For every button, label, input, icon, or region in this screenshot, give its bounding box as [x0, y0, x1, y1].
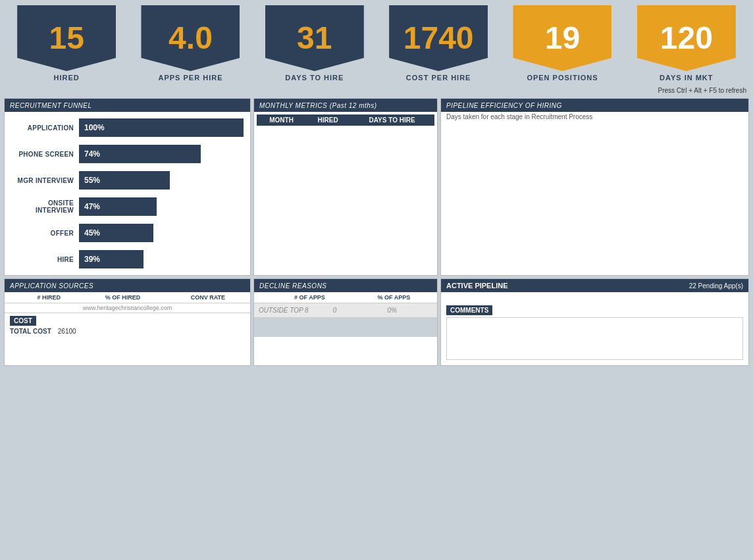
cost-total-value: 26100: [58, 328, 76, 335]
kpi-number-open-positions: 19: [545, 22, 580, 54]
funnel-row: HIRE39%: [11, 250, 244, 268]
funnel-row-label: MGR INTERVIEW: [11, 177, 74, 184]
decline-col-pct: % OF APPS: [351, 292, 437, 303]
cost-section: COST TOTAL COST 26100: [5, 313, 250, 338]
kpi-label-apps-per-hire: APPS PER HIRE: [159, 74, 223, 86]
funnel-bar-text: 45%: [84, 228, 100, 238]
funnel-bar: 47%: [79, 197, 157, 216]
kpi-badge-days-to-hire: 31: [265, 5, 364, 71]
website-text: www.heritagechristiancollege.com: [5, 303, 250, 313]
pipeline-legend: [446, 130, 532, 261]
funnel-bar-container: 47%: [79, 197, 244, 216]
kpi-label-cost-per-hire: COST PER HIRE: [406, 74, 471, 86]
decline-outside-pct: 0%: [351, 307, 432, 314]
funnel-bar-container: 39%: [79, 250, 244, 268]
funnel-bar-text: 74%: [84, 149, 100, 159]
app-sources-panel: APPLICATION SOURCES # HIRED % OF HIRED C…: [4, 278, 251, 366]
sources-col-hired: # HIRED: [18, 292, 80, 303]
funnel-bar-text: 100%: [84, 123, 105, 132]
kpi-number-apps-per-hire: 4.0: [169, 22, 213, 54]
decline-outside-apps: 0: [319, 307, 350, 314]
sources-col-source: [5, 292, 18, 303]
metrics-header: MONTHLY METRICS (Past 12 mths): [254, 99, 437, 112]
funnel-bar: 100%: [79, 118, 244, 137]
kpi-card-apps-per-hire: 4.0APPS PER HIRE: [141, 5, 240, 86]
active-pipeline-panel: ACTIVE PIPELINE 22 Pending App(s) COMMEN…: [440, 278, 749, 366]
decline-col-apps: # OF APPS: [269, 292, 351, 303]
decline-title: DECLINE REASONS: [259, 282, 327, 290]
kpi-badge-open-positions: 19: [513, 5, 611, 71]
kpi-label-days-in-mkt: DAYS IN MKT: [660, 74, 714, 86]
funnel-bar-container: 100%: [79, 118, 244, 137]
pipeline-header: PIPELINE EFFICIENCY OF HIRING: [441, 99, 748, 112]
kpi-badge-hired: 15: [17, 5, 116, 71]
refresh-text: Press Ctrl + Alt + F5 to refresh: [658, 87, 747, 94]
kpi-card-days-to-hire: 31DAYS TO HIRE: [265, 5, 364, 86]
funnel-row-label: ONSITE INTERVIEW: [11, 199, 74, 214]
funnel-bar-container: 55%: [79, 171, 244, 190]
funnel-bar-text: 39%: [84, 255, 100, 264]
pending-badge: 22 Pending App(s): [689, 282, 743, 290]
decline-outside-label: OUTSIDE TOP 8: [259, 307, 318, 314]
funnel-row: ONSITE INTERVIEW47%: [11, 197, 244, 216]
kpi-label-hired: HIRED: [54, 74, 80, 86]
funnel-row: MGR INTERVIEW55%: [11, 171, 244, 190]
app-sources-header: APPLICATION SOURCES: [5, 279, 250, 292]
funnel-bar: 45%: [79, 224, 153, 242]
pipeline-body: [441, 124, 748, 267]
kpi-card-open-positions: 19OPEN POSITIONS: [513, 5, 611, 86]
pipeline-panel: PIPELINE EFFICIENCY OF HIRING Days taken…: [440, 98, 749, 276]
pipeline-title: PIPELINE EFFICIENCY OF HIRING: [446, 102, 562, 109]
funnel-title: RECRUITMENT FUNNEL: [10, 102, 92, 109]
metrics-col-month: MONTH: [257, 115, 306, 126]
funnel-bar-text: 55%: [84, 176, 100, 185]
kpi-label-days-to-hire: DAYS TO HIRE: [285, 74, 344, 86]
decline-table: # OF APPS % OF APPS: [254, 292, 437, 303]
funnel-bar: 74%: [79, 145, 201, 163]
funnel-row-label: PHONE SCREEN: [11, 151, 74, 158]
cost-row: TOTAL COST 26100: [10, 328, 245, 335]
cost-total-label: TOTAL COST: [10, 328, 51, 335]
funnel-row: OFFER45%: [11, 224, 244, 242]
active-pipeline-title: ACTIVE PIPELINE: [446, 282, 508, 290]
funnel-row-label: OFFER: [11, 230, 74, 237]
top-banner: 15HIRED4.0APPS PER HIRE31DAYS TO HIRE174…: [0, 0, 753, 86]
kpi-number-cost-per-hire: 1740: [403, 22, 474, 54]
funnel-body: APPLICATION100%PHONE SCREEN74%MGR INTERV…: [5, 112, 250, 275]
metrics-col-hired: HIRED: [306, 115, 350, 126]
main-content: RECRUITMENT FUNNEL APPLICATION100%PHONE …: [0, 95, 753, 369]
kpi-number-days-in-mkt: 120: [660, 22, 713, 54]
funnel-panel: RECRUITMENT FUNNEL APPLICATION100%PHONE …: [4, 98, 251, 276]
metrics-title: MONTHLY METRICS: [259, 102, 327, 109]
comments-box[interactable]: [446, 317, 743, 360]
funnel-row: APPLICATION100%: [11, 118, 244, 137]
funnel-bar-container: 45%: [79, 224, 244, 242]
metrics-table: MONTH HIRED DAYS TO HIRE: [257, 115, 434, 126]
refresh-bar: Press Ctrl + Alt + F5 to refresh: [0, 86, 753, 95]
funnel-bar: 55%: [79, 171, 170, 190]
metrics-panel: MONTHLY METRICS (Past 12 mths) MONTH HIR…: [253, 98, 438, 276]
pipeline-subtitle: Days taken for each stage in Recruitment…: [441, 112, 748, 124]
app-sources-title: APPLICATION SOURCES: [10, 282, 93, 290]
funnel-row-label: HIRE: [11, 256, 74, 263]
sources-col-pct: % OF HIRED: [80, 292, 166, 303]
decline-outside-row: OUTSIDE TOP 8 0 0%: [254, 303, 437, 317]
funnel-row-label: APPLICATION: [11, 124, 74, 132]
active-pipeline-header: ACTIVE PIPELINE 22 Pending App(s): [441, 279, 748, 292]
comments-header: COMMENTS: [446, 305, 492, 315]
kpi-badge-cost-per-hire: 1740: [389, 5, 488, 71]
kpi-card-hired: 15HIRED: [17, 5, 116, 86]
sources-col-conv: CONV RATE: [166, 292, 250, 303]
kpi-badge-apps-per-hire: 4.0: [141, 5, 240, 71]
funnel-bar-text: 47%: [84, 202, 100, 211]
funnel-header: RECRUITMENT FUNNEL: [5, 99, 250, 112]
decline-panel: DECLINE REASONS # OF APPS % OF APPS OUTS…: [253, 278, 438, 366]
funnel-bar-container: 74%: [79, 145, 244, 163]
pipeline-chart: [538, 130, 670, 261]
cost-header: COST: [10, 316, 36, 326]
comments-section: COMMENTS: [446, 305, 743, 360]
kpi-label-open-positions: OPEN POSITIONS: [527, 74, 598, 86]
decline-col-reason: [254, 292, 269, 303]
funnel-bar: 39%: [79, 250, 143, 268]
pipeline-cards: [441, 292, 748, 303]
